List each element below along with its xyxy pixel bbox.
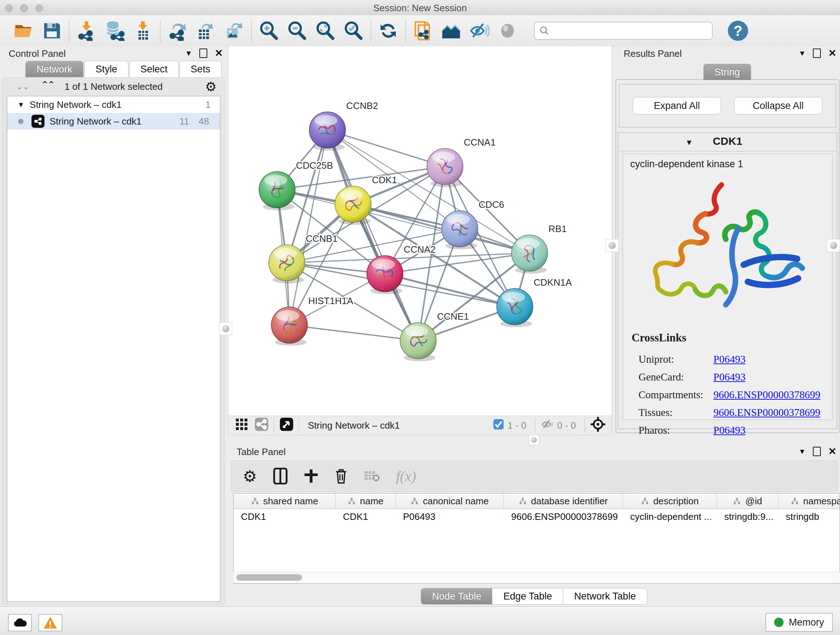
column-header-namespace[interactable]: namespace xyxy=(778,494,840,509)
graph-node-CDK1[interactable] xyxy=(335,186,371,225)
table-cell[interactable]: CDK1 xyxy=(336,509,396,524)
expand-all-button[interactable]: Expand All xyxy=(633,97,721,114)
help-button[interactable]: ? xyxy=(728,21,748,41)
tab-sets[interactable]: Sets xyxy=(180,61,221,77)
collection-expand-icon[interactable]: ▼ xyxy=(17,101,25,109)
tab-string[interactable]: String xyxy=(703,64,752,80)
save-session-button[interactable] xyxy=(38,18,66,43)
birds-eye-view-button[interactable] xyxy=(437,18,465,43)
splitter-handle-bottom[interactable] xyxy=(529,435,539,445)
table-horizontal-scrollbar[interactable] xyxy=(233,572,840,583)
collapse-all-button[interactable]: Collapse All xyxy=(734,97,822,114)
show-graphics-details-button[interactable] xyxy=(493,18,522,43)
table-cell[interactable]: 9606.ENSP00000378699 xyxy=(504,509,623,524)
import-network-from-file-button[interactable] xyxy=(73,18,101,43)
import-network-from-database-button[interactable] xyxy=(101,18,129,43)
crosslink-link[interactable]: P06493 xyxy=(714,371,745,383)
export-table-button[interactable] xyxy=(192,18,220,43)
hide-graphics-details-button[interactable] xyxy=(465,18,493,43)
hidden-eye-icon[interactable] xyxy=(540,417,554,434)
zoom-selected-button[interactable] xyxy=(339,18,368,43)
import-table-from-file-button[interactable] xyxy=(129,18,157,43)
control-panel-float-icon[interactable] xyxy=(199,49,207,58)
navigator-icon[interactable] xyxy=(279,417,294,434)
network-view-mode-icon[interactable] xyxy=(254,417,269,434)
delete-column-icon[interactable] xyxy=(334,468,348,485)
memory-button[interactable]: Memory xyxy=(766,613,833,632)
table-panel-float-icon[interactable] xyxy=(813,447,821,456)
column-header-name[interactable]: name xyxy=(336,494,396,509)
show-column-icon[interactable] xyxy=(273,468,288,485)
table-cell[interactable]: stringdb xyxy=(778,509,840,524)
warning-button[interactable] xyxy=(38,614,62,631)
tab-edge-table[interactable]: Edge Table xyxy=(493,588,563,605)
tab-select[interactable]: Select xyxy=(129,61,179,77)
column-header-canonical-name[interactable]: canonical name xyxy=(396,494,504,509)
refresh-view-button[interactable] xyxy=(374,18,402,43)
delete-table-icon[interactable] xyxy=(364,469,380,483)
splitter-handle-left[interactable] xyxy=(219,322,232,335)
open-session-button[interactable] xyxy=(9,18,38,43)
results-panel-menu-icon[interactable]: ▼ xyxy=(799,49,806,57)
graph-node-CDC6[interactable] xyxy=(442,211,478,249)
crosslink-link[interactable]: P06493 xyxy=(714,424,745,436)
export-network-button[interactable] xyxy=(164,18,192,43)
results-panel-float-icon[interactable] xyxy=(813,49,821,58)
tab-network-table[interactable]: Network Table xyxy=(563,588,647,605)
graph-node-HIST1H1A[interactable] xyxy=(271,307,308,346)
table-row[interactable]: CDK1CDK1P064939606.ENSP00000378699cyclin… xyxy=(234,509,840,524)
table-cell[interactable]: cyclin-dependent ... xyxy=(623,509,717,524)
zoom-fit-content-button[interactable] xyxy=(311,18,339,43)
network-row-selected[interactable]: String Network – cdk1 11 48 xyxy=(7,113,220,130)
network-collection-row[interactable]: ▼ String Network – cdk1 1 xyxy=(7,96,220,113)
function-builder-icon[interactable]: f(x) xyxy=(396,468,416,485)
cloud-button[interactable] xyxy=(8,614,32,631)
graph-node-RB1[interactable] xyxy=(512,235,548,274)
graph-node-CDC25B[interactable] xyxy=(259,172,295,211)
graph-edge-ccnb2-ccna1[interactable] xyxy=(327,130,445,166)
search-input[interactable] xyxy=(550,25,712,36)
results-panel-close-icon[interactable]: ✕ xyxy=(828,49,836,57)
control-panel-close-icon[interactable]: ✕ xyxy=(215,49,223,57)
table-panel-close-icon[interactable]: ✕ xyxy=(828,448,836,455)
table-settings-gear-icon[interactable]: ⚙ xyxy=(243,467,257,486)
column-header-@id[interactable]: @id xyxy=(717,494,778,509)
control-panel-menu-icon[interactable]: ▼ xyxy=(185,49,193,57)
column-header-shared-name[interactable]: shared name xyxy=(234,494,336,509)
column-header-description[interactable]: description xyxy=(623,494,717,509)
scrollbar-thumb[interactable] xyxy=(236,574,302,581)
graph-edge-cdk1-rb1[interactable] xyxy=(353,204,530,253)
tab-style[interactable]: Style xyxy=(84,61,128,77)
graph-node-CCNA1[interactable] xyxy=(427,149,463,187)
column-header-database-identifier[interactable]: database identifier xyxy=(504,494,623,509)
node-table[interactable]: shared namenamecanonical namedatabase id… xyxy=(233,493,840,584)
create-column-icon[interactable] xyxy=(304,468,318,485)
tab-network[interactable]: Network xyxy=(25,61,84,77)
graph-node-CDKN1A[interactable] xyxy=(497,288,533,327)
graph-node-CCNA2[interactable] xyxy=(367,256,403,295)
export-image-button[interactable] xyxy=(220,18,248,43)
table-cell[interactable]: CDK1 xyxy=(234,509,336,524)
splitter-handle-right[interactable] xyxy=(606,239,619,252)
network-options-gear-icon[interactable]: ⚙ xyxy=(205,79,217,95)
selected-checkbox-icon[interactable] xyxy=(493,418,505,433)
grid-view-icon[interactable] xyxy=(235,417,248,434)
zoom-in-button[interactable] xyxy=(255,18,283,43)
crosslink-link[interactable]: P06493 xyxy=(714,353,745,365)
tab-node-table[interactable]: Node Table xyxy=(421,588,493,605)
crosslink-link[interactable]: 9606.ENSP00000378699 xyxy=(714,389,821,401)
graph-node-CCNB1[interactable] xyxy=(269,245,305,283)
splitter-handle-far-right[interactable] xyxy=(827,239,840,252)
graph-edge-ccnb2-ccne1[interactable] xyxy=(327,130,418,340)
copy-style-button[interactable] xyxy=(409,18,437,43)
table-panel-menu-icon[interactable]: ▼ xyxy=(799,448,806,456)
window-titlebar[interactable]: Session: New Session xyxy=(0,0,840,16)
table-cell[interactable]: P06493 xyxy=(396,509,504,524)
fit-selected-crosshair-icon[interactable] xyxy=(590,416,606,435)
zoom-out-button[interactable] xyxy=(283,18,311,43)
network-canvas[interactable]: CCNB2CCNA1CDC25BCDK1CDC6RB1CCNB1CCNA2CDK… xyxy=(228,46,612,416)
graph-edge-hist1h1a-ccne1[interactable] xyxy=(289,325,418,340)
crosslink-link[interactable]: 9606.ENSP00000378699 xyxy=(714,407,821,418)
graph-node-CCNE1[interactable] xyxy=(400,323,436,361)
table-cell[interactable]: stringdb:9... xyxy=(717,509,778,524)
